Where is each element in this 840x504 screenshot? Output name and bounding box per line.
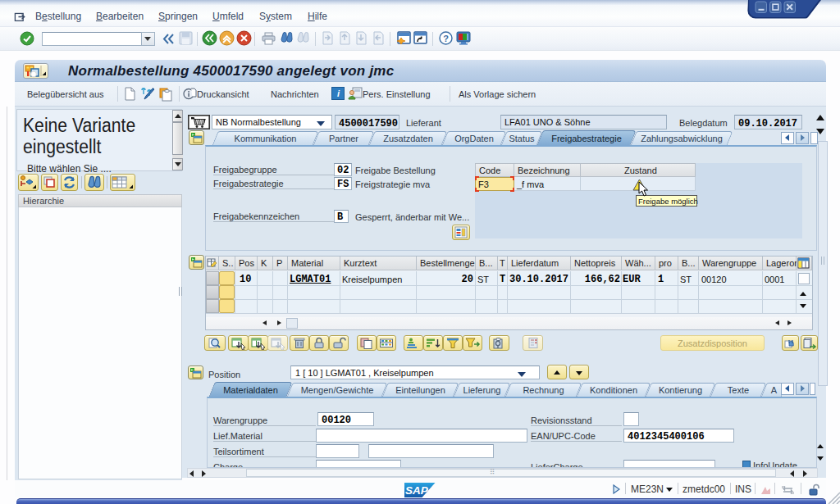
svg-text:SAP: SAP bbox=[405, 484, 429, 497]
svg-text:?: ? bbox=[443, 34, 449, 43]
